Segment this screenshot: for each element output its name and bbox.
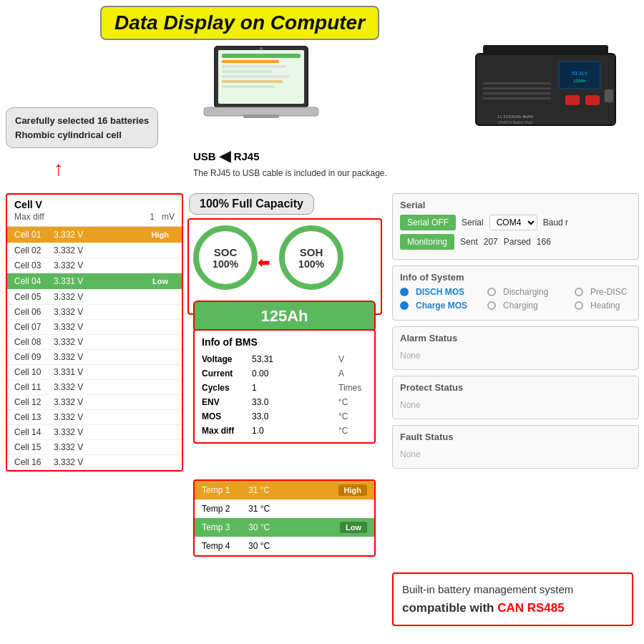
cell-maxdiff-row: Max diff 1 mV	[7, 212, 182, 227]
builtin-pre: compatible with	[402, 601, 497, 615]
cell-name: Cell 02	[14, 245, 54, 255]
soc-value: 100%	[213, 258, 238, 270]
table-row: Cell 103.331 V	[7, 365, 182, 380]
list-item: MOS33.0°C	[195, 409, 374, 424]
soh-circle: SOH 100%	[279, 225, 343, 290]
svg-rect-26	[605, 89, 613, 102]
cell-voltage: 3.332 V	[54, 245, 175, 255]
cell-voltage: 3.332 V	[54, 337, 175, 347]
table-row: Cell 023.332 V	[7, 243, 182, 258]
serial-row-2: Monitoring Sent 207 Parsed 166	[400, 234, 631, 250]
info-bms-panel: Info of BMS Voltage53.31VCurrent0.00ACyc…	[193, 329, 376, 444]
alarm-status-section: Alarm Status None	[392, 326, 639, 370]
info-unit: °C	[338, 426, 367, 436]
discharging-label: Discharging	[503, 287, 567, 297]
cell-name: Cell 11	[14, 382, 54, 392]
svg-rect-8	[222, 85, 275, 88]
alarm-status-value: None	[400, 348, 631, 364]
cell-name: Cell 07	[14, 322, 54, 332]
protect-status-value: None	[400, 397, 631, 413]
monitoring-button[interactable]: Monitoring	[400, 234, 454, 250]
charge-dot	[400, 301, 409, 310]
charging-label: Charging	[503, 301, 567, 311]
temp-value: 30 °C	[248, 541, 367, 551]
info-unit: A	[338, 369, 367, 379]
builtin-line1: Built-in battery management system	[402, 581, 623, 598]
discharging-dot	[487, 288, 496, 296]
serial-off-button[interactable]: Serial OFF	[400, 215, 456, 230]
svg-rect-3	[222, 60, 279, 63]
temp-tag: High	[338, 484, 367, 496]
cell-voltage: 3.331 V	[54, 367, 175, 377]
protect-status-title: Protect Status	[400, 382, 631, 393]
cell-v-panel: Cell V Max diff 1 mV Cell 013.332 VHighC…	[6, 193, 183, 472]
disch-label: DISCH MOS	[416, 287, 480, 297]
cell-voltage: 3.332 V	[54, 427, 175, 437]
battery-unit-image: 53.31V 125Ah 11.1V120Ah 4kWh LiFePO4 Bat…	[472, 39, 623, 132]
info-value: 1.0	[252, 426, 338, 436]
baud-label: Baud r	[543, 218, 568, 228]
table-row: Temp 330 °CLow	[195, 518, 374, 537]
table-row: Cell 043.331 VLow	[7, 273, 182, 290]
cell-voltage: 3.332 V	[54, 230, 146, 240]
callout-bubble: Carefully selected 16 batteries Rhombic …	[6, 107, 158, 148]
temp-tag: Low	[340, 522, 367, 533]
table-row: Cell 113.332 V	[7, 380, 182, 395]
info-unit: V	[338, 354, 367, 364]
serial-section-title: Serial	[400, 200, 631, 210]
serial-com-select[interactable]: COM4	[489, 215, 537, 230]
svg-rect-4	[222, 65, 286, 68]
cell-name: Cell 16	[14, 457, 54, 467]
parsed-label: Parsed	[504, 237, 531, 247]
svg-rect-20	[483, 82, 551, 84]
fault-status-section: Fault Status None	[392, 425, 639, 469]
fault-status-value: None	[400, 447, 631, 462]
info-bms-rows: Voltage53.31VCurrent0.00ACycles1TimesENV…	[195, 352, 374, 438]
cell-voltage: 3.332 V	[54, 322, 175, 332]
info-value: 33.0	[252, 411, 338, 421]
heating-dot	[575, 301, 583, 310]
circles-arrows: ⬅	[258, 254, 270, 271]
table-row: Cell 033.332 V	[7, 258, 182, 273]
temp-value: 31 °C	[248, 485, 338, 495]
svg-rect-7	[222, 80, 283, 83]
table-row: Temp 131 °CHigh	[195, 481, 374, 500]
list-item: Cycles1Times	[195, 381, 374, 395]
info-key: Current	[202, 369, 252, 379]
cell-name: Cell 10	[14, 367, 54, 377]
soh-value: 100%	[298, 258, 324, 270]
soc-label: SOC	[214, 246, 238, 258]
table-row: Temp 430 °C	[195, 537, 374, 555]
alarm-status-title: Alarm Status	[400, 333, 631, 343]
charge-label: Charge MOS	[416, 301, 480, 311]
svg-rect-10	[243, 114, 279, 118]
cell-voltage: 3.332 V	[54, 442, 175, 452]
cell-voltage: 3.332 V	[54, 397, 175, 407]
cell-rows-container: Cell 013.332 VHighCell 023.332 VCell 033…	[7, 227, 182, 470]
sent-value: 207	[484, 237, 498, 247]
ah-bar: 125Ah	[193, 301, 376, 332]
info-key: ENV	[202, 397, 252, 407]
rj45-label: RJ45	[234, 150, 260, 162]
svg-text:53.31V: 53.31V	[572, 71, 588, 76]
full-capacity-label: 100% Full Capacity	[189, 193, 314, 215]
svg-text:LiFePO4 Battery Pack: LiFePO4 Battery Pack	[497, 120, 533, 125]
info-value: 53.31	[252, 354, 338, 364]
charging-dot	[487, 301, 496, 310]
serial-label: Serial	[462, 218, 484, 228]
info-unit: Times	[338, 383, 367, 393]
fault-status-title: Fault Status	[400, 431, 631, 442]
disch-dot	[400, 288, 409, 296]
info-key: MOS	[202, 411, 252, 421]
table-row: Cell 133.332 V	[7, 410, 182, 425]
cell-tag: High	[146, 229, 175, 240]
heating-label: Heating	[590, 301, 620, 311]
table-row: Temp 231 °C	[195, 500, 374, 518]
parsed-value: 166	[537, 237, 551, 247]
svg-rect-5	[222, 70, 272, 73]
cell-voltage: 3.332 V	[54, 412, 175, 422]
info-key: Cycles	[202, 383, 252, 393]
list-item: Voltage53.31V	[195, 352, 374, 366]
svg-rect-2	[222, 54, 301, 58]
info-key: Max diff	[202, 426, 252, 436]
